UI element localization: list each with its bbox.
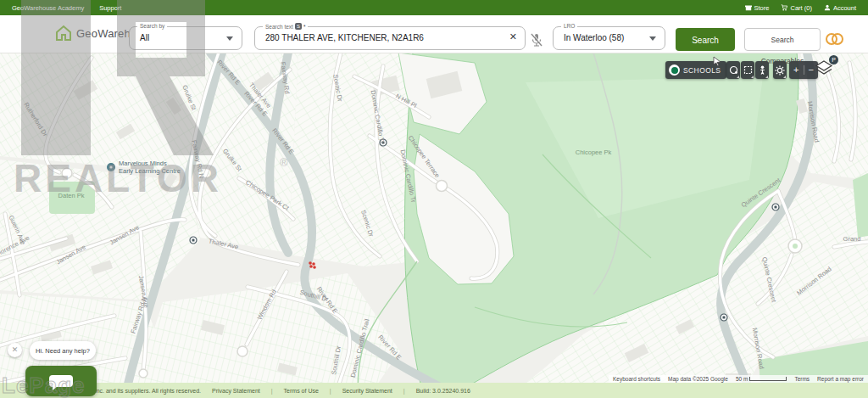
chat-close-button[interactable]: ✕	[8, 343, 22, 357]
account-icon	[824, 4, 831, 11]
comparables-help-icon[interactable]	[824, 31, 844, 47]
logo-house-icon	[54, 24, 73, 42]
lro-value: In Waterloo (58)	[554, 27, 665, 49]
build-version: Build: 3.0.25240.916	[416, 388, 470, 394]
privacy-statement-link[interactable]: Privacy Statement	[212, 388, 260, 394]
parcels-badge[interactable]: P	[829, 55, 838, 64]
svg-text:Grand: Grand	[843, 235, 861, 243]
polygon-draw-icon	[743, 65, 753, 75]
schools-icon	[669, 64, 680, 76]
support-link[interactable]: Support	[99, 4, 121, 12]
search-button[interactable]: Search	[676, 28, 735, 51]
map-attribution: Keyboard shortcuts Map data ©2025 Google…	[609, 375, 868, 383]
store-icon	[745, 4, 752, 11]
security-statement-link[interactable]: Security Statement	[342, 388, 392, 394]
keyboard-shortcuts-link[interactable]: Keyboard shortcuts	[613, 376, 660, 382]
lro-dropdown[interactable]: LRO In Waterloo (58)	[553, 26, 665, 50]
polygon-draw-tool-button[interactable]	[741, 61, 754, 79]
terms-of-use-link[interactable]: Terms of Use	[284, 388, 319, 394]
account-link[interactable]: Account	[824, 4, 856, 12]
scale-label: 50 m	[736, 376, 748, 382]
search-text-value: 280 THALER AVE, KITCHENER, N2A1R6	[255, 27, 525, 49]
search-text-field[interactable]: Search text S * 280 THALER AVE, KITCHENE…	[254, 26, 526, 50]
park-label: Chicopee Pk	[576, 149, 612, 156]
scale-bar	[749, 377, 787, 381]
cart-icon	[781, 4, 787, 11]
map-data-credit: Map data ©2025 Google	[668, 376, 728, 382]
search-header: GeoWarehouse® Search by All Search text …	[0, 15, 868, 53]
poi-label: Early Learning Centre	[119, 167, 181, 175]
cart-link[interactable]: Cart (0)	[781, 4, 811, 12]
poi-label: Marvelous Minds	[119, 160, 167, 167]
radius-search-tool-button[interactable]	[726, 61, 740, 79]
chat-bubble-icon	[49, 375, 73, 387]
search-by-dropdown[interactable]: Search by All	[129, 26, 242, 50]
search-by-value: All	[130, 27, 242, 49]
chevron-down-icon	[226, 36, 233, 41]
map-canvas[interactable]: Marvelous Minds Early Learning Centre Th…	[0, 53, 868, 398]
academy-link[interactable]: GeoWarehouse Academy	[12, 4, 84, 12]
park-label: Daten Pk	[58, 192, 85, 199]
shortcut-badge: S	[295, 23, 302, 30]
microphone-off-icon[interactable]	[530, 32, 543, 48]
clear-search-icon[interactable]: ✕	[509, 31, 517, 42]
chat-launcher-button[interactable]	[25, 366, 97, 396]
report-map-error-link[interactable]: Report a map error	[817, 376, 864, 382]
top-bar: GeoWarehouse Academy Support Store Cart …	[0, 0, 868, 15]
footer-bar: Copyright © 2025 Teranet Inc. and its su…	[0, 383, 868, 398]
search-comparables-button[interactable]: Search Comparables	[744, 28, 821, 51]
radius-circle-icon	[729, 65, 738, 75]
terms-link[interactable]: Terms	[794, 376, 810, 382]
chevron-down-icon	[649, 36, 656, 41]
required-marker: *	[303, 24, 306, 30]
store-link[interactable]: Store	[745, 4, 770, 12]
mouse-cursor-icon	[713, 56, 721, 66]
geowarehouse-app: { "topbar": { "academy": "GeoWarehouse A…	[0, 0, 868, 398]
chat-message: Hi. Need any help?	[30, 341, 96, 360]
scale-control: 50 m	[736, 376, 787, 382]
